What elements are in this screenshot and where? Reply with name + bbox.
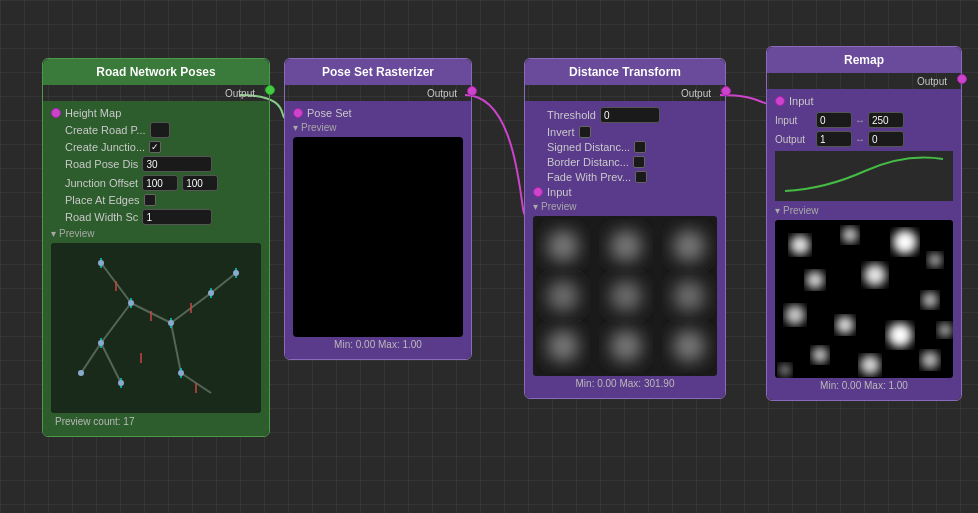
remap-input-row: Input — [775, 95, 953, 107]
fade-with-prev-checkbox[interactable] — [635, 171, 647, 183]
svg-point-49 — [864, 264, 886, 286]
svg-point-27 — [178, 370, 184, 376]
height-map-socket[interactable] — [51, 108, 61, 118]
road-width-input[interactable]: 1 — [142, 209, 212, 225]
remap-preview-label: Preview — [783, 205, 819, 216]
create-junction-checkbox[interactable]: ✓ — [149, 141, 161, 153]
distance-transform-output-label: Output — [525, 85, 725, 101]
svg-point-54 — [812, 347, 828, 363]
threshold-label: Threshold — [547, 109, 596, 121]
remap-input-socket[interactable] — [775, 96, 785, 106]
svg-point-23 — [98, 260, 104, 266]
remap-header: Remap — [767, 47, 961, 73]
junction-offset-row: Junction Offset 100 100 — [51, 175, 261, 191]
road-pose-dist-label: Road Pose Dis — [65, 158, 138, 170]
remap-preview-svg — [775, 220, 953, 378]
road-width-label: Road Width Sc — [65, 211, 138, 223]
pose-set-preview-section: ▾ Preview — [293, 122, 463, 133]
remap-title: Remap — [844, 53, 884, 67]
svg-point-48 — [806, 271, 824, 289]
road-network-poses-node: Road Network Poses Output Height Map Cre… — [42, 58, 270, 437]
pose-set-input-socket[interactable] — [293, 108, 303, 118]
create-road-input[interactable] — [150, 122, 170, 138]
svg-point-47 — [928, 253, 942, 267]
svg-point-55 — [860, 355, 880, 375]
remap-input-val2[interactable]: 250 — [868, 112, 904, 128]
road-network-poses-body: Height Map Create Road P... Create Junct… — [43, 101, 269, 436]
svg-point-51 — [785, 305, 805, 325]
create-junction-label: Create Junctio... — [65, 141, 145, 153]
svg-point-28 — [98, 340, 104, 346]
svg-point-30 — [233, 270, 239, 276]
signed-distance-label: Signed Distanc... — [547, 141, 630, 153]
road-network-poses-header: Road Network Poses — [43, 59, 269, 85]
svg-point-37 — [604, 274, 648, 318]
road-network-preview-section: ▾ Preview — [51, 228, 261, 239]
svg-point-35 — [667, 224, 711, 268]
border-distance-checkbox[interactable] — [633, 156, 645, 168]
distance-transform-input-socket[interactable] — [533, 187, 543, 197]
remap-input-values-row: Input 0 ↔ 250 — [775, 112, 953, 128]
create-road-label: Create Road P... — [65, 124, 146, 136]
svg-point-41 — [667, 324, 711, 368]
create-road-row: Create Road P... — [51, 122, 261, 138]
height-map-row: Height Map — [51, 107, 261, 119]
distance-transform-input-row: Input — [533, 186, 717, 198]
remap-input-val1[interactable]: 0 — [816, 112, 852, 128]
distance-transform-preview-min-max: Min: 0.00 Max: 301.90 — [533, 376, 717, 390]
road-network-preview-count: Preview count: 17 — [51, 413, 261, 428]
remap-curve-svg — [775, 151, 953, 201]
distance-transform-preview-section: ▾ Preview — [533, 201, 717, 212]
pose-set-output-socket[interactable] — [467, 86, 477, 96]
place-at-edges-checkbox[interactable] — [144, 194, 156, 206]
remap-output-field-label: Output — [775, 134, 813, 145]
distance-transform-body: Threshold 0 Invert Signed Distanc... Bor… — [525, 101, 725, 398]
remap-input-field-label: Input — [775, 115, 813, 126]
junction-offset-input2[interactable]: 100 — [182, 175, 218, 191]
remap-preview-box — [775, 220, 953, 378]
svg-point-57 — [938, 323, 952, 337]
road-network-preview-svg — [51, 243, 261, 413]
signed-distance-row: Signed Distanc... — [533, 141, 717, 153]
svg-point-44 — [790, 235, 810, 255]
place-at-edges-row: Place At Edges — [51, 194, 261, 206]
create-junction-row: Create Junctio... ✓ — [51, 141, 261, 153]
svg-point-25 — [168, 320, 174, 326]
border-distance-label: Border Distanc... — [547, 156, 629, 168]
distance-transform-title: Distance Transform — [569, 65, 681, 79]
svg-point-52 — [836, 316, 854, 334]
svg-point-34 — [604, 224, 648, 268]
svg-point-38 — [667, 274, 711, 318]
threshold-input[interactable]: 0 — [600, 107, 660, 123]
svg-point-29 — [118, 380, 124, 386]
invert-checkbox[interactable] — [579, 126, 591, 138]
place-at-edges-label: Place At Edges — [65, 194, 140, 206]
road-pose-dist-input[interactable]: 30 — [142, 156, 212, 172]
road-width-row: Road Width Sc 1 — [51, 209, 261, 225]
distance-transform-output-socket[interactable] — [721, 86, 731, 96]
junction-offset-label: Junction Offset — [65, 177, 138, 189]
pose-set-output-label: Output — [285, 85, 471, 101]
road-network-output-socket[interactable] — [265, 85, 275, 95]
pose-set-input-row: Pose Set — [293, 107, 463, 119]
pose-set-preview-label: Preview — [301, 122, 337, 133]
distance-transform-input-label: Input — [547, 186, 571, 198]
junction-offset-input1[interactable]: 100 — [142, 175, 178, 191]
svg-point-58 — [779, 364, 791, 376]
remap-output-socket[interactable] — [957, 74, 967, 84]
svg-rect-0 — [51, 243, 261, 413]
invert-label: Invert — [547, 126, 575, 138]
distance-transform-preview-label: Preview — [541, 201, 577, 212]
distance-transform-header: Distance Transform — [525, 59, 725, 85]
svg-point-40 — [604, 324, 648, 368]
remap-input-label: Input — [789, 95, 813, 107]
pose-set-rasterizer-header: Pose Set Rasterizer — [285, 59, 471, 85]
remap-body: Input Input 0 ↔ 250 Output 1 ↔ 0 ▾ Previ… — [767, 89, 961, 400]
remap-output-values-row: Output 1 ↔ 0 — [775, 131, 953, 147]
remap-output-val1[interactable]: 1 — [816, 131, 852, 147]
distance-transform-preview-svg — [533, 216, 717, 376]
signed-distance-checkbox[interactable] — [634, 141, 646, 153]
svg-point-46 — [893, 230, 917, 254]
svg-point-45 — [842, 227, 858, 243]
remap-output-val2[interactable]: 0 — [868, 131, 904, 147]
